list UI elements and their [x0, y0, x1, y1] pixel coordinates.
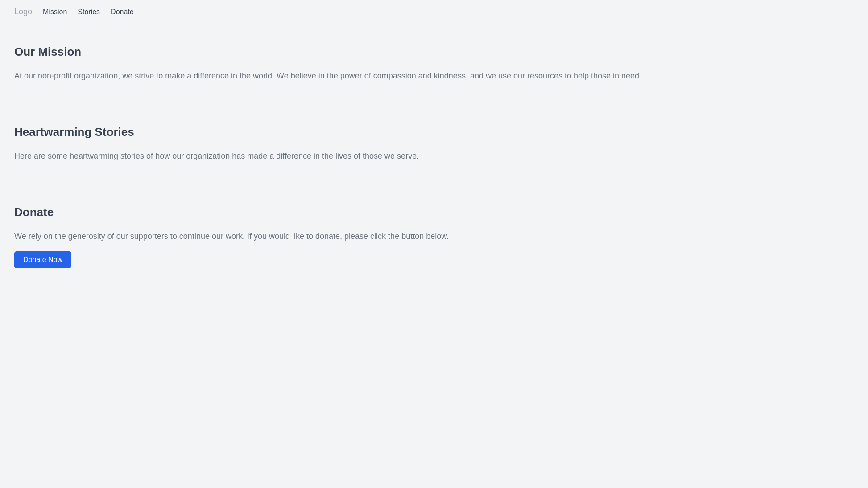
mission-body: At our non-profit organization, we striv… — [14, 70, 854, 82]
nav-link-mission[interactable]: Mission — [43, 8, 67, 16]
donate-body: We rely on the generosity of our support… — [14, 230, 854, 243]
nav-link-stories[interactable]: Stories — [78, 8, 100, 16]
nav-logo: Logo — [14, 7, 32, 16]
mission-heading: Our Mission — [14, 45, 854, 59]
navbar: Logo Mission Stories Donate — [0, 0, 868, 24]
nav-links: Mission Stories Donate — [43, 8, 134, 16]
stories-section: Heartwarming Stories Here are some heart… — [0, 104, 868, 184]
stories-heading: Heartwarming Stories — [14, 125, 854, 139]
mission-section: Our Mission At our non-profit organizati… — [0, 24, 868, 104]
stories-body: Here are some heartwarming stories of ho… — [14, 150, 854, 163]
donate-heading: Donate — [14, 205, 854, 219]
donate-section: Donate We rely on the generosity of our … — [0, 184, 868, 290]
nav-link-donate[interactable]: Donate — [111, 8, 134, 16]
donate-now-button[interactable]: Donate Now — [14, 251, 71, 268]
